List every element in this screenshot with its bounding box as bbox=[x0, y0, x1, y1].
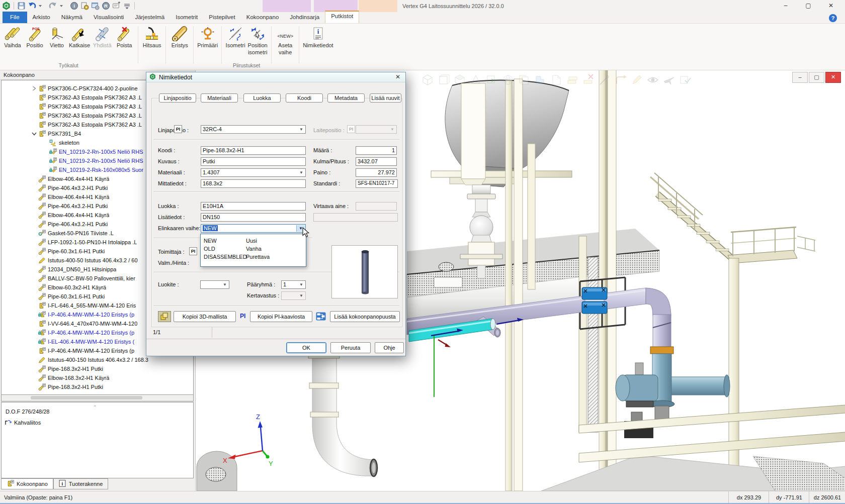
page-fold-icon[interactable] bbox=[550, 73, 563, 86]
white-elbow-pipe[interactable] bbox=[308, 352, 377, 476]
undo-icon[interactable] bbox=[28, 2, 36, 10]
pipe-clamps[interactable] bbox=[582, 287, 607, 314]
vessel-cone[interactable] bbox=[431, 80, 572, 187]
copy-from-pi-button[interactable]: Kopioi PI-kaaviosta bbox=[250, 311, 312, 322]
poista-button[interactable]: Poista bbox=[113, 25, 135, 48]
viewport-close-button[interactable]: ✕ bbox=[825, 72, 841, 83]
visibility-eye-icon[interactable] bbox=[646, 73, 659, 86]
pi-link-button[interactable]: PI bbox=[189, 247, 197, 255]
r-badge-icon[interactable]: R bbox=[102, 2, 110, 10]
kuvaus-field[interactable]: Putki bbox=[201, 157, 306, 166]
fly-mode-icon[interactable] bbox=[662, 73, 675, 86]
aseta-vaihe-button[interactable]: <NEW>Asetavaihe bbox=[274, 25, 296, 55]
add-from-assembly-tree-button[interactable]: Lisää kokoonpanopuusta bbox=[330, 311, 400, 322]
panel-tab-tuoterakenne[interactable]: iTuoterakenne bbox=[53, 478, 108, 489]
dropdown-option-new[interactable]: NEWUusi bbox=[201, 237, 306, 245]
ribbon-tab-näkymä[interactable]: Näkymä bbox=[56, 12, 88, 23]
expander-open-icon[interactable] bbox=[30, 132, 38, 136]
pump[interactable] bbox=[616, 363, 658, 407]
tree-item[interactable]: Elbow-168.3x2-H1 Käyrä bbox=[2, 373, 193, 382]
route-elbow-icon[interactable] bbox=[614, 73, 627, 86]
maara-field[interactable]: 1 bbox=[356, 146, 397, 155]
scrollbar-thumb[interactable] bbox=[31, 396, 142, 399]
plant-logo-icon[interactable] bbox=[2, 2, 11, 10]
vietto-button[interactable]: Vietto bbox=[46, 25, 68, 48]
caret-icon[interactable] bbox=[59, 2, 68, 10]
copy-from-3d-button[interactable]: Kopioi 3D-mallista bbox=[174, 311, 236, 322]
redo-icon[interactable] bbox=[49, 2, 57, 10]
tree-item[interactable]: Istutus-400-150 Istutus 406.4x3.2 / 168.… bbox=[2, 355, 193, 364]
block-blue-icon[interactable] bbox=[534, 73, 547, 86]
dialog-tab-lisaa-ruuvit[interactable]: Lisää ruuvit bbox=[370, 93, 401, 103]
tree-item[interactable]: Pipe-168.3x2-H1 Putki bbox=[2, 382, 193, 391]
kertavastus-combo[interactable]: ▼ bbox=[281, 291, 306, 300]
save-icon[interactable] bbox=[17, 2, 26, 10]
dropdown-option-old[interactable]: OLDVanha bbox=[201, 245, 306, 253]
expander-closed-icon[interactable] bbox=[30, 86, 38, 91]
lisatiedot-field[interactable]: DN150 bbox=[201, 213, 306, 222]
resource-gear-icon[interactable] bbox=[80, 2, 89, 10]
ribbon-tab-järjestelmä[interactable]: Järjestelmä bbox=[129, 12, 170, 23]
viewport-maximize-button[interactable]: ▢ bbox=[809, 72, 824, 83]
maximize-button[interactable]: ▢ bbox=[800, 0, 817, 12]
doc-copy-icon[interactable] bbox=[518, 73, 531, 86]
cancel-button[interactable]: Peruuta bbox=[330, 342, 371, 353]
dialog-close-icon[interactable]: ✕ bbox=[393, 73, 402, 80]
ribbon-tab-isometrit[interactable]: Isometrit bbox=[170, 12, 203, 23]
dialog-tab-metadata[interactable]: Metadata bbox=[327, 93, 365, 103]
select-wand-icon[interactable] bbox=[598, 73, 611, 86]
tree-item[interactable]: Pipe-168.3x2-H1 Putki bbox=[2, 364, 193, 373]
chevron-down-icon[interactable]: ▼ bbox=[221, 281, 228, 288]
koodi-field[interactable]: Pipe-168.3x2-H1 bbox=[201, 146, 306, 155]
card-plus-icon[interactable] bbox=[112, 2, 121, 10]
copy-pages-button[interactable] bbox=[158, 311, 171, 322]
dialog-tab-linjapositio[interactable]: Linjapositio bbox=[159, 93, 196, 103]
tree-horizontal-scrollbar[interactable] bbox=[1, 395, 194, 401]
chevron-down-icon[interactable]: ▼ bbox=[298, 281, 305, 288]
window-gear-icon[interactable] bbox=[91, 2, 100, 10]
ribbon-tab-file[interactable]: File bbox=[3, 12, 27, 23]
view-play-icon[interactable] bbox=[485, 73, 498, 86]
vaihda-button[interactable]: Vaihda bbox=[2, 25, 24, 48]
nimiketiedot-button[interactable]: iNimiketiedot bbox=[302, 25, 334, 48]
luokite-combo[interactable]: ▼ bbox=[200, 280, 229, 289]
ribbon-tab-visualisointi[interactable]: Visualisointi bbox=[88, 12, 130, 23]
ribbon-tab-pistepilvet[interactable]: Pistepilvet bbox=[203, 12, 240, 23]
position-isometri-button[interactable]: Positionisometri bbox=[246, 25, 269, 55]
info-icon[interactable]: i bbox=[70, 2, 78, 10]
menu-caret-icon[interactable] bbox=[123, 2, 131, 10]
standardi-field[interactable]: SFS-EN10217-7 bbox=[356, 179, 398, 188]
panel-tab-kokoonpano[interactable]: Kokoonpano bbox=[1, 478, 53, 489]
chevron-down-icon[interactable]: ▼ bbox=[298, 126, 305, 133]
ribbon-tab-arkisto[interactable]: Arkisto bbox=[27, 12, 56, 23]
viewport-minimize-button[interactable]: – bbox=[792, 72, 808, 83]
help-button[interactable]: Ohje bbox=[375, 342, 404, 353]
katkaise-button[interactable]: Katkaise bbox=[68, 25, 91, 48]
view-top-icon[interactable] bbox=[453, 73, 466, 86]
ribbon-tab-putkistot[interactable]: Putkistot bbox=[325, 11, 359, 23]
dialog-titlebar[interactable]: Nimiketiedot bbox=[146, 72, 405, 82]
chevron-down-icon[interactable]: ▼ bbox=[298, 292, 305, 299]
dropdown-option-disassembled[interactable]: DISASSEMBLEDPurettava bbox=[201, 253, 306, 261]
mittatiedot-field[interactable]: 168.3x2 bbox=[201, 179, 306, 188]
list-item[interactable]: Kahvaliitos bbox=[5, 419, 41, 427]
view-wire-icon[interactable] bbox=[501, 73, 515, 86]
measure-pen-icon[interactable] bbox=[630, 73, 643, 86]
pi-link-button[interactable]: PI bbox=[174, 125, 182, 133]
kulma-field[interactable]: 3432.07 bbox=[356, 157, 397, 166]
isometri-button[interactable]: Isometri bbox=[224, 25, 246, 48]
dialog-tab-materiaali[interactable]: Materiaali bbox=[201, 93, 238, 103]
eristys-button[interactable]: Eristys bbox=[168, 25, 191, 48]
layer-delete-icon[interactable] bbox=[582, 73, 595, 86]
caret-icon[interactable] bbox=[38, 2, 47, 10]
layer-stack-icon[interactable] bbox=[566, 73, 579, 86]
hitsaus-button[interactable]: Hitsaus bbox=[141, 25, 163, 48]
paaryhma-combo[interactable]: 1▼ bbox=[281, 280, 306, 289]
minimize-button[interactable]: – bbox=[777, 0, 794, 12]
positio-button[interactable]: POSPositio bbox=[24, 25, 46, 48]
paino-field[interactable]: 27.972 bbox=[356, 168, 397, 177]
collapse-chevron-icon[interactable]: ⌄ bbox=[93, 402, 97, 408]
linjapositio-combo[interactable]: 32RC-4▼ bbox=[201, 125, 306, 134]
close-button[interactable]: ✕ bbox=[822, 0, 839, 12]
help-icon[interactable]: ? bbox=[829, 14, 837, 22]
